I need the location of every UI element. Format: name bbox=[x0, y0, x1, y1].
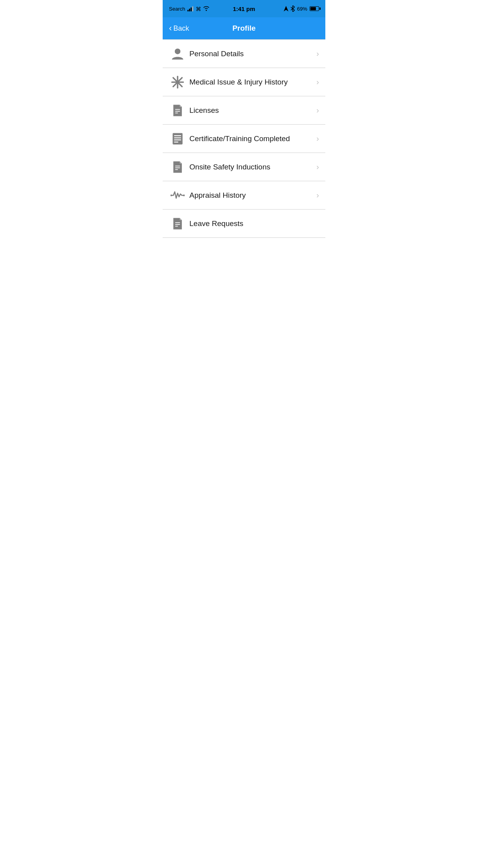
menu-item-certificate-training[interactable]: Certificate/Training Completed › bbox=[163, 125, 325, 153]
medical-issue-chevron-icon: › bbox=[316, 77, 319, 86]
certificate-training-chevron-icon: › bbox=[316, 134, 319, 143]
appraisal-history-chevron-icon: › bbox=[316, 191, 319, 200]
svg-rect-8 bbox=[172, 133, 182, 144]
signal-bar-4 bbox=[192, 6, 193, 11]
wifi-icon: ⌘ bbox=[196, 6, 210, 12]
menu-item-personal-details[interactable]: Personal Details › bbox=[163, 40, 325, 68]
svg-rect-11 bbox=[174, 139, 181, 140]
licenses-chevron-icon: › bbox=[316, 106, 319, 115]
nav-bar: ‹ Back Profile bbox=[163, 17, 325, 39]
medical-icon bbox=[169, 75, 186, 89]
app-name: Search bbox=[169, 6, 185, 12]
svg-rect-5 bbox=[175, 109, 180, 110]
status-left: Search ⌘ bbox=[169, 6, 210, 12]
appraisal-history-label: Appraisal History bbox=[189, 191, 316, 200]
onsite-safety-icon bbox=[169, 160, 186, 174]
menu-item-leave-requests[interactable]: Leave Requests › bbox=[163, 210, 325, 238]
location-icon bbox=[284, 6, 288, 11]
person-icon bbox=[169, 47, 186, 61]
status-right: 69% bbox=[284, 6, 319, 12]
svg-rect-9 bbox=[174, 135, 181, 136]
leave-requests-label: Leave Requests bbox=[189, 219, 316, 228]
menu-list: Personal Details › Medical Issue & Injur… bbox=[163, 40, 325, 238]
status-bar: Search ⌘ 1:41 pm 69% bbox=[163, 0, 325, 17]
signal-bar-1 bbox=[187, 10, 189, 11]
menu-item-appraisal-history[interactable]: Appraisal History › bbox=[163, 181, 325, 210]
svg-rect-13 bbox=[175, 166, 180, 166]
signal-bars bbox=[187, 6, 193, 11]
svg-rect-20 bbox=[175, 226, 178, 226]
svg-point-16 bbox=[183, 194, 185, 196]
personal-details-chevron-icon: › bbox=[316, 49, 319, 58]
medical-issue-label: Medical Issue & Injury History bbox=[189, 78, 316, 86]
svg-point-17 bbox=[171, 194, 172, 196]
battery-container bbox=[310, 6, 319, 11]
back-label: Back bbox=[173, 24, 189, 33]
appraisal-history-icon bbox=[169, 188, 186, 202]
signal-bar-3 bbox=[191, 7, 192, 11]
status-time: 1:41 pm bbox=[233, 6, 255, 12]
leave-requests-icon bbox=[169, 217, 186, 231]
svg-rect-7 bbox=[175, 112, 178, 113]
licenses-label: Licenses bbox=[189, 106, 316, 115]
battery-fill bbox=[310, 7, 316, 10]
svg-rect-19 bbox=[175, 224, 180, 224]
svg-point-0 bbox=[175, 48, 180, 54]
back-chevron-icon: ‹ bbox=[169, 24, 172, 33]
menu-item-licenses[interactable]: Licenses › bbox=[163, 96, 325, 125]
svg-rect-18 bbox=[175, 222, 180, 223]
battery-icon bbox=[310, 6, 319, 11]
signal-bar-2 bbox=[189, 9, 190, 11]
licenses-icon bbox=[169, 103, 186, 118]
menu-item-onsite-safety[interactable]: Onsite Safety Inductions › bbox=[163, 153, 325, 181]
svg-rect-6 bbox=[175, 110, 180, 111]
bluetooth-icon bbox=[291, 6, 295, 12]
back-button[interactable]: ‹ Back bbox=[169, 24, 189, 33]
certificate-icon bbox=[169, 132, 186, 146]
svg-rect-15 bbox=[175, 169, 178, 170]
certificate-training-label: Certificate/Training Completed bbox=[189, 134, 316, 143]
svg-rect-14 bbox=[175, 167, 180, 168]
onsite-safety-label: Onsite Safety Inductions bbox=[189, 163, 316, 171]
menu-item-medical-issue[interactable]: Medical Issue & Injury History › bbox=[163, 68, 325, 96]
onsite-safety-chevron-icon: › bbox=[316, 162, 319, 171]
page-title: Profile bbox=[232, 24, 255, 33]
personal-details-label: Personal Details bbox=[189, 50, 316, 58]
svg-rect-10 bbox=[174, 137, 181, 138]
svg-rect-12 bbox=[174, 142, 178, 142]
battery-percent: 69% bbox=[297, 6, 307, 12]
